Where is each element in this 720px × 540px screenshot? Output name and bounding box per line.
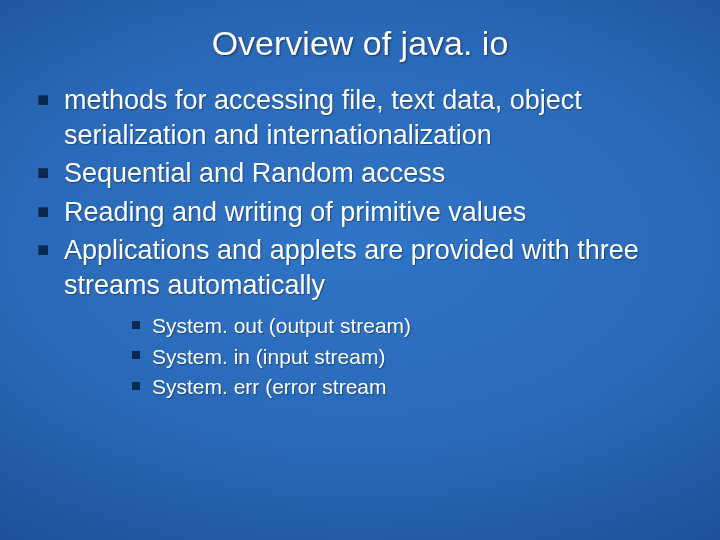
sub-bullet-text: System. in (input stream) — [152, 345, 385, 368]
list-item: Reading and writing of primitive values — [32, 195, 684, 230]
list-item: methods for accessing file, text data, o… — [32, 83, 684, 152]
sub-bullet-text: System. err (error stream — [152, 375, 387, 398]
list-item: System. out (output stream) — [130, 312, 684, 340]
list-item: Applications and applets are provided wi… — [32, 233, 684, 401]
bullet-text: Sequential and Random access — [64, 158, 445, 188]
bullet-text: Applications and applets are provided wi… — [64, 235, 639, 300]
bullet-text: methods for accessing file, text data, o… — [64, 85, 582, 150]
bullet-list: methods for accessing file, text data, o… — [26, 83, 694, 401]
list-item: System. err (error stream — [130, 373, 684, 401]
list-item: System. in (input stream) — [130, 343, 684, 371]
sub-bullet-list: System. out (output stream) System. in (… — [130, 312, 684, 401]
slide-title: Overview of java. io — [26, 24, 694, 63]
slide: Overview of java. io methods for accessi… — [0, 0, 720, 540]
list-item: Sequential and Random access — [32, 156, 684, 191]
sub-bullet-text: System. out (output stream) — [152, 314, 411, 337]
bullet-text: Reading and writing of primitive values — [64, 197, 526, 227]
